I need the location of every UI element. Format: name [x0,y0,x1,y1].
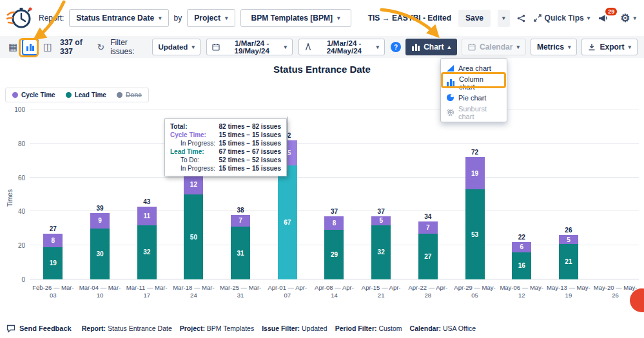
chevron-down-icon: ▾ [225,15,228,21]
announcements-button[interactable]: 29 [598,14,612,23]
x-axis-label: Apr-15 — Apr-21 [358,279,405,300]
refresh-icon[interactable]: ↻ [97,42,104,52]
footer-item: Calendar: USA Office [410,324,476,332]
bar-value-label: 32 [143,249,150,256]
bar-column[interactable]: 27819 [30,109,77,279]
report-label: Report: [39,14,64,23]
help-icon[interactable]: ? [391,42,401,52]
legend-dot-icon [12,92,18,98]
bar-segment-lead-time[interactable]: 53 [465,189,485,279]
bar-column[interactable]: 37829 [311,109,358,279]
bar-value-label: 9 [98,217,102,224]
bar-segment-cycle-time[interactable]: 11 [137,207,157,225]
bar-column[interactable]: 39930 [77,109,124,279]
save-dropdown-button[interactable]: ▾ [498,10,510,27]
metrics-button[interactable]: Metrics ▾ [531,39,578,55]
bar-column[interactable]: 26521 [545,109,592,279]
bar-value-label: 21 [565,258,572,265]
bar-segment-lead-time[interactable]: 27 [418,234,438,279]
bar-segment-cycle-time[interactable]: 5 [371,216,391,225]
status-bar: Send Feedback Report: Status Entrance Da… [0,319,644,338]
bar-segment-cycle-time[interactable]: 8 [324,216,344,230]
send-feedback-button[interactable]: Send Feedback [6,324,72,333]
bar-segment-lead-time[interactable]: 29 [324,230,344,279]
bar-segment-cycle-time[interactable]: 5 [559,235,578,243]
save-button[interactable]: Save [458,10,491,27]
bar-segment-cycle-time[interactable]: 12 [184,174,203,194]
bar-value-label: 53 [471,231,478,238]
x-axis-label: May-06 — May-12 [498,279,545,300]
pie-chart-icon [447,94,454,101]
bar-segment-cycle-time[interactable]: 7 [418,221,438,234]
eazybi-logo[interactable] [6,5,34,32]
issues-count: 337 of 337 [60,38,91,56]
legend-item-cycle-time[interactable]: Cycle Time [12,91,55,99]
bar-segment-cycle-time[interactable]: 19 [465,157,485,189]
bar-segment-lead-time[interactable]: 50 [184,194,203,279]
bar-column[interactable]: 431132 [123,109,170,279]
bar-column[interactable] [592,109,639,279]
menu-item-sunburst-chart[interactable]: Sunburst chart [441,105,507,120]
top-bar-right: TIS → EASYBI - Edited Save ▾ Quick Tips … [368,10,638,27]
x-axis-label: Mar-25 — Mar-31 [217,279,264,300]
tooltip-row: Total:82 times − 82 issues [170,122,281,131]
x-axis-label: Mar-11 — Mar-17 [123,279,170,300]
footer-item-value: USA Office [443,324,476,332]
bar-segment-lead-time[interactable]: 21 [559,244,578,279]
bar-segment-lead-time[interactable]: 67 [278,165,297,279]
dimension-select[interactable]: Project ▾ [187,9,235,27]
table-view-icon[interactable]: ◫ [41,39,54,55]
bar-value-label: 7 [239,217,242,224]
bar-segment-lead-time[interactable]: 30 [90,229,110,279]
legend-label: Cycle Time [21,91,55,99]
quick-tips-button[interactable]: Quick Tips ▾ [532,10,592,27]
bar-segment-cycle-time[interactable]: 9 [90,213,110,229]
chevron-down-icon: ▾ [587,15,590,21]
project-select[interactable]: BPM Templates [BPM] ▾ [240,9,351,27]
bar-value-label: 12 [190,181,197,188]
chart-button[interactable]: Chart ▴ [405,39,457,55]
chart-legend: Cycle TimeLead TimeDone [5,88,149,102]
chevron-down-icon: ▾ [633,15,636,21]
bar-segment-cycle-time[interactable]: 6 [512,242,531,252]
menu-item-pie-chart[interactable]: Pie chart [441,90,507,105]
report-select[interactable]: Status Entrance Date ▾ [69,9,168,27]
x-axis-label: Mar-04 — Mar-10 [77,279,124,300]
chart-button-label: Chart [424,42,444,52]
bar-segment-lead-time[interactable]: 32 [371,225,391,280]
menu-item-column-chart[interactable]: Column chart [441,75,507,90]
bar-value-label: 6 [520,243,523,250]
calendar-button[interactable]: Calendar ▾ [462,39,526,55]
bar-segment-cycle-time[interactable]: 8 [43,234,63,247]
chart-view-icon[interactable] [22,39,39,55]
bar-column[interactable]: 22616 [498,109,545,279]
legend-item-lead-time[interactable]: Lead Time [66,91,106,99]
tooltip-row: In Progress:15 times − 15 issues [170,139,281,147]
bar-segment-lead-time[interactable]: 31 [231,227,250,279]
issue-filter-select[interactable]: Updated ▾ [152,39,200,55]
settings-button[interactable]: ⚙ ▾ [619,10,638,27]
chart-tooltip: Total:82 times − 82 issuesCycle Time:15 … [164,118,287,176]
tooltip-value: 15 times − 15 issues [219,164,281,173]
share-icon[interactable] [517,14,525,23]
chevron-down-icon: ▾ [516,44,520,50]
bar-column[interactable]: 37532 [358,109,405,279]
bar-column[interactable]: 721953 [451,109,498,279]
period-filter-select[interactable]: 1/Mar/24 - 19/May/24 ▾ [206,39,293,55]
bar-value-label: 5 [567,236,571,243]
bar-column[interactable]: 34727 [405,109,452,279]
bar-total-label: 22 [518,234,525,241]
bar-segment-cycle-time[interactable]: 7 [231,215,250,227]
toolbar-right: ? Chart ▴ Calendar ▾ Metrics ▾ [391,39,638,55]
bar-segment-lead-time[interactable]: 16 [512,252,531,279]
bar-segment-lead-time[interactable]: 19 [43,247,63,279]
area-chart-icon [447,65,454,71]
footer-item: Issue Filter: Updated [262,324,327,332]
x-axis-label: Apr-08 — Apr-14 [311,279,358,300]
grid-view-icon[interactable]: ▦ [6,39,19,55]
export-button[interactable]: Export ▾ [581,39,638,55]
menu-item-area-chart[interactable]: Area chart [441,61,507,75]
legend-item-done[interactable]: Done [117,91,142,99]
bar-segment-lead-time[interactable]: 32 [137,225,157,280]
measure-range-select[interactable]: 1/Mar/24 - 24/May/24 ▾ [298,39,385,55]
